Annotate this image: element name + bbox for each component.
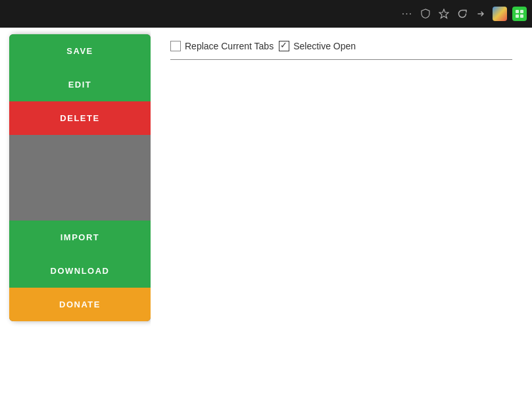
save-button[interactable]: SAVE [9,34,151,68]
svg-rect-4 [520,14,523,18]
left-panel: SAVE EDIT DELETE IMPORT DOWNLOAD DONATE [9,34,151,321]
menu-dots-icon[interactable]: ··· [400,7,414,20]
extension-icon-colored[interactable] [493,7,507,21]
replace-current-tabs-text: Replace Current Tabs [185,41,274,51]
svg-rect-2 [520,10,523,13]
import-button[interactable]: IMPORT [9,221,151,254]
selective-open-text: Selective Open [293,41,356,51]
selective-open-label[interactable]: Selective Open [279,41,356,51]
spacer [9,135,151,221]
star-icon[interactable] [437,7,450,20]
svg-rect-3 [516,14,519,18]
main-content: SAVE EDIT DELETE IMPORT DOWNLOAD DONATE … [0,28,532,418]
replace-current-tabs-label[interactable]: Replace Current Tabs [170,41,274,51]
svg-marker-0 [439,9,448,18]
svg-rect-1 [516,10,519,13]
donate-button[interactable]: DONATE [9,288,151,321]
refresh-icon[interactable] [456,7,469,20]
replace-current-tabs-checkbox[interactable] [170,41,181,51]
options-row: Replace Current Tabs Selective Open [170,41,512,51]
shield-icon[interactable] [419,7,432,20]
divider-line [170,59,512,60]
edit-button[interactable]: EDIT [9,68,151,101]
right-panel: Replace Current Tabs Selective Open [151,28,532,418]
download-button[interactable]: DOWNLOAD [9,254,151,288]
forward-icon[interactable] [474,7,487,20]
extension-icon-green[interactable] [512,7,527,21]
delete-button[interactable]: DELETE [9,101,151,135]
browser-chrome: ··· [0,0,532,28]
selective-open-checkbox[interactable] [279,41,289,51]
